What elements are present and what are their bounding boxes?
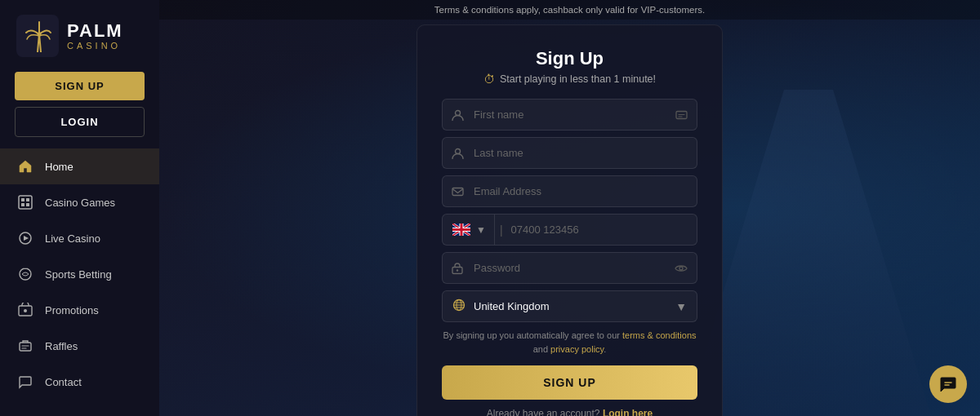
raffles-icon — [16, 337, 34, 355]
last-name-input[interactable] — [442, 137, 697, 169]
sidebar-item-contact[interactable]: Contact — [0, 364, 159, 400]
top-notice: Terms & conditions apply, cashback only … — [159, 0, 980, 20]
country-dropdown[interactable]: United Kingdom ▼ — [442, 290, 697, 322]
main-content: Terms & conditions apply, cashback only … — [159, 0, 980, 416]
sidebar-signup-button[interactable]: SIGN UP — [15, 72, 145, 100]
svg-rect-6 — [26, 203, 29, 206]
already-account-text: Already have an account? Login here — [442, 408, 697, 416]
phone-input[interactable] — [508, 215, 697, 245]
sidebar-item-live-casino[interactable]: Live Casino — [0, 220, 159, 256]
promotions-icon — [16, 301, 34, 319]
clock-icon: ⏱ — [483, 73, 495, 86]
email-input[interactable] — [442, 175, 697, 207]
password-input[interactable] — [442, 252, 697, 284]
sidebar-buttons: SIGN UP LOGIN — [0, 72, 159, 137]
sidebar-item-home-label: Home — [45, 161, 74, 173]
svg-point-17 — [457, 269, 458, 271]
email-icon — [452, 185, 464, 197]
form-subtitle-text: Start playing in less than 1 minute! — [500, 73, 656, 85]
sidebar-item-live-casino-label: Live Casino — [45, 232, 100, 245]
sidebar-nav: Home Casino Games — [0, 148, 159, 400]
signup-submit-button[interactable]: SIGN UP — [442, 365, 697, 400]
password-field — [442, 252, 697, 284]
sidebar-item-promotions[interactable]: Promotions — [0, 292, 159, 328]
casino-games-icon — [16, 193, 34, 211]
home-icon — [16, 157, 34, 175]
signup-form-card: Sign Up ⏱ Start playing in less than 1 m… — [416, 24, 723, 416]
svg-rect-14 — [452, 188, 463, 195]
uk-flag-icon — [452, 223, 470, 236]
chevron-down-icon: ▼ — [675, 300, 687, 313]
privacy-link[interactable]: privacy policy — [550, 344, 604, 354]
sidebar-login-button[interactable]: LOGIN — [15, 107, 145, 137]
logo-text: PALM CASINO — [67, 21, 123, 51]
svg-point-11 — [456, 110, 461, 115]
form-subtitle: ⏱ Start playing in less than 1 minute! — [442, 73, 697, 86]
login-link[interactable]: Login here — [603, 408, 653, 416]
svg-rect-4 — [26, 198, 29, 201]
sidebar-item-promotions-label: Promotions — [45, 304, 99, 316]
phone-separator: ▼ — [476, 224, 486, 236]
logo-area: PALM CASINO — [0, 0, 140, 72]
logo-icon — [16, 15, 59, 57]
last-name-field — [442, 137, 697, 169]
sidebar-item-raffles-label: Raffles — [45, 340, 78, 352]
email-field — [442, 175, 697, 207]
sidebar-item-casino-games-label: Casino Games — [45, 197, 115, 209]
live-casino-icon — [16, 229, 34, 247]
sidebar-item-sports-betting[interactable]: Sports Betting — [0, 256, 159, 292]
phone-field: ▼ | — [442, 214, 697, 246]
sidebar-item-casino-games[interactable]: Casino Games — [0, 184, 159, 220]
terms-link[interactable]: terms & conditions — [622, 330, 696, 340]
svg-point-1 — [38, 33, 42, 37]
first-name-info-icon — [675, 108, 688, 121]
phone-field-inner: ▼ | — [442, 214, 697, 246]
lock-icon — [452, 262, 463, 274]
form-title: Sign Up — [442, 48, 697, 69]
sidebar-item-sports-betting-label: Sports Betting — [45, 268, 112, 281]
country-value: United Kingdom — [474, 300, 666, 312]
phone-flag-selector[interactable]: ▼ — [443, 215, 495, 245]
logo-palm-text: PALM — [67, 21, 123, 41]
svg-point-9 — [24, 309, 27, 312]
svg-rect-10 — [20, 343, 31, 351]
person-icon-2 — [452, 147, 464, 159]
person-icon — [452, 108, 464, 121]
terms-text: By signing up you automatically agree to… — [442, 329, 697, 356]
svg-rect-3 — [21, 198, 24, 201]
chat-bubble-button[interactable] — [929, 365, 967, 403]
sidebar-item-raffles[interactable]: Raffles — [0, 328, 159, 364]
svg-point-18 — [679, 267, 683, 270]
sidebar: PALM CASINO SIGN UP LOGIN Home — [0, 0, 159, 416]
globe-icon — [452, 299, 466, 315]
phone-divider: | — [495, 223, 508, 237]
svg-rect-2 — [19, 196, 32, 209]
sidebar-item-contact-label: Contact — [45, 376, 82, 388]
contact-icon — [16, 373, 34, 391]
country-field[interactable]: United Kingdom ▼ — [442, 290, 697, 322]
logo-casino-text: CASINO — [67, 41, 123, 51]
svg-point-13 — [456, 148, 461, 153]
first-name-input[interactable] — [442, 99, 697, 131]
svg-rect-5 — [21, 203, 24, 206]
sidebar-item-home[interactable]: Home — [0, 148, 159, 184]
sports-betting-icon — [16, 265, 34, 283]
first-name-field — [442, 99, 697, 131]
eye-icon[interactable] — [675, 263, 688, 273]
